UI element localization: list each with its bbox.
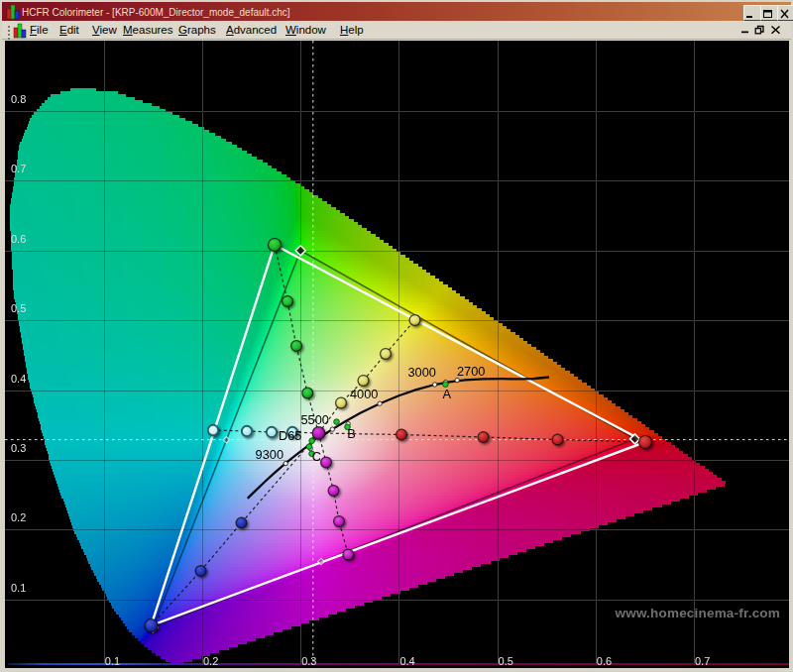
svg-text:0.3: 0.3 xyxy=(11,442,26,454)
svg-text:0.3: 0.3 xyxy=(301,655,316,667)
svg-text:0.1: 0.1 xyxy=(11,582,26,594)
svg-text:0.8: 0.8 xyxy=(11,93,26,105)
svg-text:0.7: 0.7 xyxy=(695,655,710,667)
svg-text:0.2: 0.2 xyxy=(11,511,26,523)
svg-text:2700: 2700 xyxy=(457,364,485,379)
svg-text:0.4: 0.4 xyxy=(399,655,414,667)
svg-text:3000: 3000 xyxy=(408,365,436,380)
svg-text:5500: 5500 xyxy=(301,412,329,427)
svg-text:0.1: 0.1 xyxy=(105,655,120,667)
svg-text:9300: 9300 xyxy=(256,447,283,462)
svg-text:0.4: 0.4 xyxy=(11,373,26,385)
svg-text:www.homecinema-fr.com: www.homecinema-fr.com xyxy=(615,606,781,620)
svg-text:C: C xyxy=(312,449,321,464)
svg-text:0.5: 0.5 xyxy=(11,302,26,314)
svg-text:4000: 4000 xyxy=(350,387,378,401)
svg-text:0.5: 0.5 xyxy=(499,655,513,667)
svg-text:0.2: 0.2 xyxy=(203,655,218,667)
svg-text:0.6: 0.6 xyxy=(11,233,26,245)
svg-text:0.6: 0.6 xyxy=(597,655,612,667)
svg-text:0.7: 0.7 xyxy=(11,163,26,174)
svg-text:A: A xyxy=(443,387,452,401)
svg-text:D65: D65 xyxy=(279,428,301,443)
svg-text:B: B xyxy=(347,426,356,441)
